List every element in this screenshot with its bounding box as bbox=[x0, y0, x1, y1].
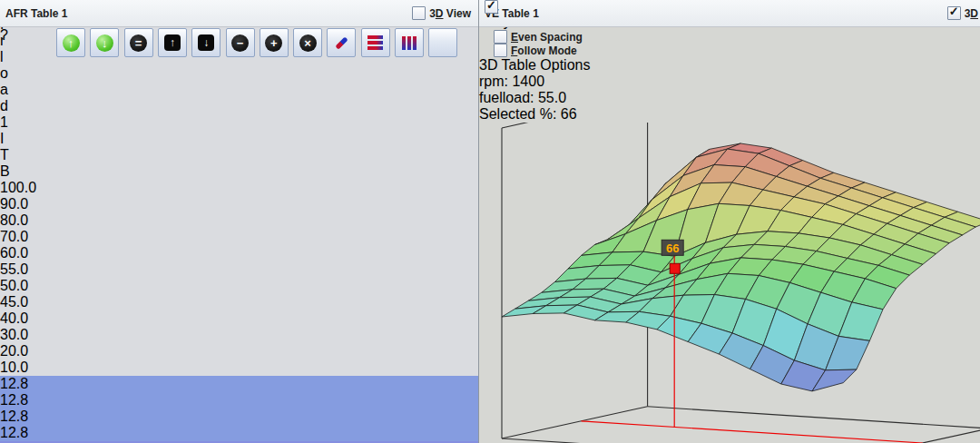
scale-up-icon: ↑ bbox=[63, 34, 80, 52]
edit-pencil-button[interactable] bbox=[327, 28, 356, 57]
scale-down-icon: ↓ bbox=[96, 34, 113, 52]
afr-cell[interactable]: 12.8 bbox=[0, 376, 478, 392]
afr-cell[interactable]: 12.8 bbox=[0, 409, 478, 425]
floor-front-edge bbox=[502, 438, 843, 443]
cb-3d-row: 3D bbox=[947, 6, 980, 20]
box-top-edge bbox=[502, 123, 648, 128]
3d-table-options-button[interactable]: 3D Table Options bbox=[479, 57, 590, 73]
y-axis-letter: o bbox=[0, 65, 478, 82]
selected-value-text: 66 bbox=[666, 241, 679, 255]
decrease-button[interactable]: − bbox=[226, 28, 255, 57]
afr-cell[interactable]: 12.8 bbox=[0, 425, 478, 441]
floor-back-right-edge bbox=[648, 407, 980, 428]
three-d-label: 3D bbox=[965, 7, 978, 20]
table-row: 12.812.812.812.812.712.612.612.612.612.6… bbox=[0, 376, 478, 443]
overlay-selected: Selected %: 66 bbox=[479, 106, 980, 123]
ve-3d-surface-plot[interactable]: rpm: 1400 fuelload: 55.0 Selected %: 66 … bbox=[479, 74, 980, 443]
y-axis-cell[interactable]: 30.0 bbox=[0, 327, 478, 343]
set-equal-icon: = bbox=[130, 34, 147, 52]
y-axis-cell[interactable]: 70.0 bbox=[0, 229, 478, 245]
view-3d-checkbox[interactable] bbox=[412, 6, 426, 20]
y-axis-cell[interactable]: 40.0 bbox=[0, 310, 478, 327]
follow-mode-row: Follow Mode bbox=[479, 44, 980, 57]
shift-up-button[interactable]: ↑ bbox=[158, 28, 187, 57]
set-equal-button[interactable]: = bbox=[124, 28, 153, 57]
vertical-bars-icon bbox=[402, 36, 416, 50]
floor-back-left-edge bbox=[502, 407, 648, 438]
floor-right-edge bbox=[843, 428, 980, 443]
scale-up-button[interactable]: ↑ bbox=[56, 28, 85, 57]
shift-down-icon: ↓ bbox=[198, 34, 214, 51]
y-axis-letter: I bbox=[0, 131, 478, 147]
overlay-rpm: rpm: 1400 bbox=[479, 74, 980, 90]
shift-up-icon: ↑ bbox=[164, 34, 181, 51]
even-spacing-checkbox[interactable] bbox=[494, 30, 507, 44]
y-axis-cell[interactable]: 90.0 bbox=[0, 196, 478, 212]
y-axis-column: 100.090.080.070.060.055.050.045.040.030.… bbox=[0, 180, 478, 376]
afr-table: 100.090.080.070.060.055.050.045.040.030.… bbox=[0, 180, 478, 443]
tuner-window: AFR Table 1 3D View ? ↑↓=↑↓−+× afrload1I… bbox=[0, 0, 980, 443]
y-axis-cell[interactable]: 10.0 bbox=[0, 359, 478, 376]
vertical-bars-button[interactable] bbox=[395, 28, 424, 57]
color-shade-checkbox[interactable] bbox=[485, 0, 498, 14]
y-axis-cell[interactable]: 55.0 bbox=[0, 261, 478, 278]
horizontal-bars-button[interactable] bbox=[361, 28, 390, 57]
overlay-fuelload: fuelload: 55.0 bbox=[479, 90, 980, 106]
bar bbox=[413, 36, 416, 50]
afr-panel-title: AFR Table 1 bbox=[0, 7, 67, 20]
y-axis-cell[interactable]: 50.0 bbox=[0, 278, 478, 294]
multiply-icon: × bbox=[299, 34, 317, 52]
edit-pencil-icon bbox=[335, 36, 348, 49]
multiply-button[interactable]: × bbox=[293, 28, 322, 57]
follow-mode-checkbox[interactable] bbox=[494, 44, 507, 57]
bar bbox=[368, 46, 383, 50]
afr-panel-header: AFR Table 1 3D View bbox=[0, 0, 478, 27]
y-axis-letter: d bbox=[0, 98, 478, 114]
y-axis-letter: a bbox=[0, 82, 478, 98]
ve-surface-svg: 66 bbox=[479, 123, 980, 443]
horizontal-bars-icon bbox=[368, 35, 383, 50]
afr-toolbar: ? ↑↓=↑↓−+× bbox=[0, 27, 478, 62]
even-spacing-row: Even Spacing bbox=[479, 30, 980, 44]
selected-cell-marker[interactable] bbox=[670, 263, 680, 273]
increase-button[interactable]: + bbox=[260, 28, 289, 57]
follow-mode-label: Follow Mode bbox=[511, 44, 577, 57]
bar bbox=[368, 41, 383, 44]
even-spacing-label: Even Spacing bbox=[511, 31, 583, 44]
y-axis-letter: T bbox=[0, 147, 478, 163]
ve-panel-header: VE Table 1 3D bbox=[479, 0, 980, 27]
shift-down-button[interactable]: ↓ bbox=[191, 28, 220, 57]
afr-table-panel: AFR Table 1 3D View ? ↑↓=↑↓−+× afrload1I… bbox=[0, 0, 478, 443]
increase-icon: + bbox=[265, 34, 282, 52]
y-axis-cell[interactable]: 80.0 bbox=[0, 212, 478, 229]
y-axis-letter: 1 bbox=[0, 114, 478, 131]
floor-crosshair-line bbox=[582, 421, 923, 443]
bar bbox=[368, 35, 383, 39]
scale-down-button[interactable]: ↓ bbox=[90, 28, 119, 57]
y-axis-cell[interactable]: 45.0 bbox=[0, 294, 478, 310]
view-3d-checkbox-row: 3D View bbox=[412, 6, 478, 20]
bar bbox=[407, 36, 411, 50]
y-axis-cell[interactable]: 20.0 bbox=[0, 343, 478, 359]
y-axis-letter: B bbox=[0, 163, 478, 180]
ve-table-panel: VE Table 1 3D Color Shade Gray Color The… bbox=[479, 0, 980, 443]
bar bbox=[402, 36, 406, 50]
y-axis-cell[interactable]: 100.0 bbox=[0, 180, 478, 196]
y-axis-cell[interactable]: 60.0 bbox=[0, 245, 478, 261]
gradient-block-button[interactable] bbox=[428, 28, 457, 57]
view-3d-label: 3D View bbox=[429, 7, 471, 20]
afr-cell[interactable]: 12.8 bbox=[0, 392, 478, 409]
afr-value-grid: 12.812.812.812.812.712.612.612.612.612.6… bbox=[0, 376, 478, 443]
three-d-checkbox[interactable] bbox=[947, 6, 961, 20]
decrease-icon: − bbox=[231, 34, 249, 52]
